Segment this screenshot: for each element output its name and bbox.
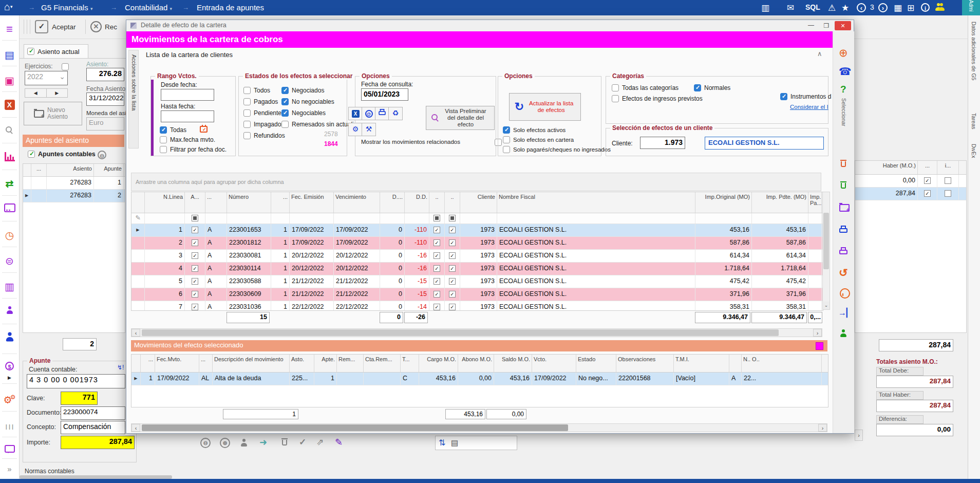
column-header[interactable]: ... <box>205 192 227 213</box>
delete-icon[interactable] <box>281 438 288 448</box>
close-button[interactable]: ✕ <box>835 21 851 30</box>
money-icon[interactable]: ▥ <box>0 280 19 297</box>
arrow-right-icon[interactable]: ➜ <box>259 437 267 448</box>
printer-purple-icon[interactable] <box>839 247 847 256</box>
column-header[interactable] <box>131 355 141 372</box>
column-header[interactable]: Número <box>227 192 271 213</box>
scroll-left-icon[interactable]: ‹ <box>131 329 140 337</box>
column-header[interactable]: Rem... <box>337 355 364 372</box>
expand-marker-icon[interactable]: ▶ <box>0 375 19 393</box>
column-header[interactable]: Asiento <box>47 164 94 176</box>
reject-button[interactable]: ✕ Rec <box>90 18 117 35</box>
column-header[interactable]: Cargo M.O. <box>419 355 458 372</box>
apps-grid-icon[interactable]: ⊞ <box>907 3 914 13</box>
fecha-asiento-field[interactable]: 31/12/2022 <box>86 92 124 106</box>
table-row[interactable]: 3✓A223030081120/12/202220/12/20220-16✓✓1… <box>131 250 823 263</box>
paint-pen-icon[interactable]: ✎ <box>335 437 343 448</box>
transfer-documents-icon[interactable]: ⇄ <box>0 177 19 194</box>
column-header[interactable]: A... <box>185 192 205 213</box>
desde-fecha-input[interactable] <box>161 89 214 101</box>
cliente-nombre-field[interactable]: ECOALI GESTION S.L. <box>705 137 824 150</box>
coin-list-icon[interactable]: ⊜ <box>0 254 19 271</box>
statusbar-normas-contables[interactable]: Normas contables <box>25 468 74 475</box>
column-header[interactable] <box>23 164 31 176</box>
column-header[interactable]: N.Linea <box>145 192 185 213</box>
document-icon[interactable]: ▤ <box>0 47 19 65</box>
minimize-button[interactable]: — <box>804 21 818 30</box>
phone-icon[interactable]: ☎ <box>839 65 852 78</box>
archive-icon[interactable]: ▥ <box>761 3 769 13</box>
estado-negociados-checkbox[interactable]: Negociados <box>281 87 324 94</box>
home-icon[interactable]: ⌂▾ <box>4 1 13 13</box>
considerar-link[interactable]: Considerar el I <box>790 104 828 110</box>
collapse-circle-button[interactable]: ⊖ <box>98 151 106 159</box>
table-row[interactable]: 287,84✓ <box>855 188 966 200</box>
dialog-titlebar[interactable]: Detalle de efecto de la cartera — ❒ ✕ <box>126 20 854 32</box>
help-icon[interactable]: ? <box>840 84 846 95</box>
delete-orange-icon[interactable] <box>840 160 846 169</box>
maximize-button[interactable]: ❒ <box>819 21 834 30</box>
effects-hscrollbar[interactable]: ‹ › <box>131 328 822 337</box>
sort-icon[interactable]: ⇅ <box>439 438 445 448</box>
collapse-chevron-icon[interactable]: ∧ <box>817 50 822 58</box>
column-header[interactable]: Imp.Original (MO) <box>695 192 752 213</box>
filtrar-fecha-checkbox[interactable]: Filtrar por fecha doc. <box>160 146 227 153</box>
chart-circle-icon[interactable] <box>840 288 850 301</box>
estado-negociables-checkbox[interactable]: Negociables <box>281 109 326 117</box>
column-header[interactable]: ... <box>199 355 213 372</box>
column-header[interactable]: Cta.Rem... <box>364 355 401 372</box>
column-header[interactable]: Fec. Emisión <box>290 192 334 213</box>
undo-icon[interactable]: ↺ <box>839 267 848 279</box>
table-row[interactable]: 6✓A223030609121/12/202221/12/20220-15✓✓1… <box>131 288 823 301</box>
scroll-right-icon[interactable]: › <box>813 329 822 337</box>
bottom-scrollbar-thumb[interactable] <box>20 475 172 479</box>
chat-icon[interactable] <box>0 445 19 462</box>
column-header[interactable]: Vcto. <box>532 355 576 372</box>
normales-checkbox[interactable]: Normales <box>694 84 730 91</box>
table-row[interactable]: 4✓A223030114120/12/202220/12/20220-16✓✓1… <box>131 263 823 275</box>
tools-button[interactable]: ⚒ <box>362 123 376 136</box>
column-header[interactable]: Haber (M.O.) <box>855 161 918 174</box>
confirm-icon[interactable]: ✓ <box>299 437 306 448</box>
add-circle-icon[interactable]: ⊕ <box>220 438 230 448</box>
concepto-field[interactable]: Compensación <box>61 421 125 434</box>
todas-categorias-checkbox[interactable]: Todas las categorías <box>612 84 679 91</box>
hasta-fecha-input[interactable] <box>161 110 214 122</box>
person-add-icon[interactable] <box>840 329 847 339</box>
calendar-icon[interactable] <box>200 126 208 133</box>
person-icon[interactable] <box>0 306 19 324</box>
column-header[interactable]: Abono M.O. <box>458 355 494 372</box>
account-lookup-icon[interactable]: ↯! <box>117 364 124 371</box>
zoom-search-button[interactable]: @ <box>362 107 376 120</box>
asiento-field[interactable]: 276.28 <box>86 68 124 81</box>
max-fecha-checkbox[interactable]: Max.fecha mvto. <box>160 136 215 143</box>
tab-datos-adicionales[interactable]: Datos adicionales de G5 <box>971 22 977 80</box>
solo-cartera-checkbox[interactable]: Solo efectos en cartera <box>503 136 574 143</box>
estado-impagados-checkbox[interactable]: Impagados <box>243 121 284 128</box>
scroll-right-icon[interactable]: › <box>818 424 827 432</box>
info-icon[interactable]: i <box>921 3 930 12</box>
tab-asiento-actual[interactable]: Asiento actual <box>24 44 88 58</box>
spin-right-icon[interactable]: ▶ <box>47 89 68 97</box>
mail-icon[interactable]: ✉ <box>787 3 794 13</box>
column-header[interactable]: .. <box>445 192 460 213</box>
person-action-icon[interactable] <box>240 439 248 449</box>
column-header[interactable]: Observaciones <box>616 355 674 372</box>
settings-button[interactable]: ⚙ <box>348 123 363 136</box>
column-header[interactable]: Apte. <box>314 355 337 372</box>
filter-box-icon[interactable] <box>192 215 198 221</box>
actualizar-lista-button[interactable]: ↻ Actualizar la lista de efectos <box>509 93 581 121</box>
importe-field[interactable]: 287,84 <box>61 436 135 449</box>
monitor-icon[interactable] <box>0 203 19 221</box>
column-header[interactable]: T.M.I. <box>674 355 729 372</box>
target-add-icon[interactable]: ⊕ <box>839 47 848 59</box>
group-by-band[interactable]: Arrastre una columna aquí para agrupar p… <box>131 173 821 191</box>
column-header[interactable]: Vencimiento <box>334 192 380 213</box>
menu-icon[interactable]: ≡ <box>0 22 19 39</box>
document-list-icon[interactable]: ▤ <box>451 438 458 448</box>
effects-vscrollbar[interactable]: ⌄ <box>822 192 830 310</box>
column-header[interactable]: Apunte <box>94 164 124 176</box>
cuenta-contable-field[interactable]: 4 3 0 00 0 001973 <box>27 374 125 388</box>
refresh-button[interactable]: ♻ <box>388 107 403 120</box>
instrumentos-checkbox[interactable]: Instrumentos d <box>780 93 831 100</box>
